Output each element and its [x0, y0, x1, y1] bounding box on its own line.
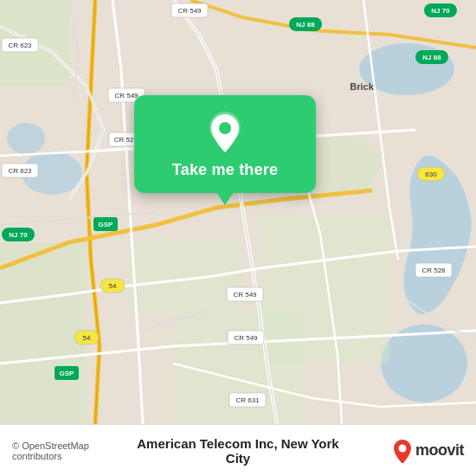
copyright-text: © OpenStreetMap contributors: [12, 441, 125, 461]
map-container: CR 549 NJ 88 NJ 70 CR 623 NJ 88 CR 549 B…: [0, 0, 476, 424]
svg-text:CR 623: CR 623: [8, 42, 32, 49]
svg-text:GSP: GSP: [99, 221, 114, 228]
svg-text:Brick: Brick: [350, 81, 374, 92]
svg-text:54: 54: [109, 282, 117, 290]
svg-text:GSP: GSP: [60, 370, 75, 377]
svg-text:CR 623: CR 623: [8, 167, 32, 175]
svg-text:54: 54: [83, 334, 91, 342]
moovit-pin-icon: [393, 439, 412, 463]
svg-text:NJ 70: NJ 70: [431, 7, 450, 15]
svg-text:630: 630: [425, 170, 437, 178]
svg-point-4: [7, 123, 45, 154]
svg-text:CR 631: CR 631: [235, 396, 260, 404]
svg-text:NJ 70: NJ 70: [9, 231, 28, 239]
svg-text:CR 52: CR 52: [114, 136, 134, 144]
svg-point-46: [219, 122, 231, 134]
svg-text:CR 549: CR 549: [233, 291, 257, 299]
svg-text:CR 528: CR 528: [421, 267, 446, 274]
map-popup[interactable]: Take me there: [134, 95, 316, 193]
moovit-logo: moovit: [351, 439, 465, 463]
svg-text:CR 549: CR 549: [114, 92, 138, 100]
location-name: American Telecom Inc, New York City: [125, 436, 351, 466]
svg-text:CR 549: CR 549: [177, 7, 202, 15]
bottom-bar: © OpenStreetMap contributors American Te…: [0, 424, 476, 476]
popup-label: Take me there: [172, 161, 278, 179]
svg-text:CR 549: CR 549: [234, 334, 258, 342]
location-pin-icon: [204, 111, 246, 152]
svg-point-47: [398, 444, 406, 452]
map-svg: CR 549 NJ 88 NJ 70 CR 623 NJ 88 CR 549 B…: [0, 0, 476, 424]
moovit-text: moovit: [415, 441, 464, 460]
svg-text:NJ 88: NJ 88: [296, 21, 315, 29]
svg-text:NJ 88: NJ 88: [422, 54, 441, 61]
